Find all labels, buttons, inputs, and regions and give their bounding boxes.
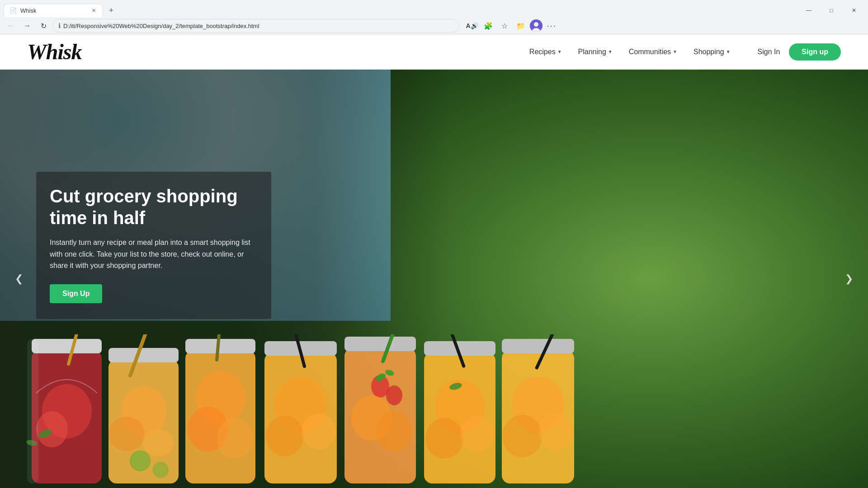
maximize-button[interactable]: □: [821, 4, 842, 17]
nav-label-shopping: Shopping: [693, 48, 724, 56]
carousel-prev-button[interactable]: ❮: [9, 269, 29, 289]
hero-cta-button[interactable]: Sign Up: [50, 284, 102, 303]
close-button[interactable]: ✕: [844, 4, 864, 17]
svg-point-43: [425, 418, 463, 459]
nav-actions: Sign In Sign up: [758, 43, 841, 61]
next-arrow-icon: ❯: [845, 273, 853, 285]
browser-chrome: 📄 Whisk ✕ + — □ ✕ ← → ↻ ℹ D:/iti/Respons…: [0, 0, 868, 34]
svg-rect-49: [502, 339, 574, 353]
hero-subtitle: Instantly turn any recipe or meal plan i…: [50, 237, 255, 272]
svg-point-36: [376, 411, 412, 452]
browser-tab-active[interactable]: 📄 Whisk ✕: [4, 4, 103, 17]
reading-mode-button[interactable]: A🔊: [465, 19, 479, 33]
nav-item-communities[interactable]: Communities ▼: [629, 48, 677, 56]
address-bar-row: ← → ↻ ℹ D:/iti/Responsive%20Web%20Design…: [0, 17, 868, 34]
forward-button[interactable]: →: [20, 19, 34, 33]
hero-section: Cut grocery shopping time in half Instan…: [0, 70, 868, 488]
extensions-button[interactable]: 🧩: [481, 19, 495, 33]
planning-chevron-icon: ▼: [608, 49, 613, 54]
svg-rect-19: [185, 339, 255, 353]
hero-title: Cut grocery shopping time in half: [50, 185, 255, 229]
nav-link-shopping[interactable]: Shopping ▼: [693, 48, 731, 56]
back-button[interactable]: ←: [4, 19, 18, 33]
nav-item-planning[interactable]: Planning ▼: [578, 48, 613, 56]
communities-chevron-icon: ▼: [673, 49, 677, 54]
address-text: D:/iti/Responsive%20Web%20Design/day_2/t…: [63, 23, 453, 29]
info-icon: ℹ: [58, 22, 61, 29]
svg-point-34: [386, 385, 402, 405]
nav-link-recipes[interactable]: Recipes ▼: [529, 48, 562, 56]
address-field[interactable]: ℹ D:/iti/Responsive%20Web%20Design/day_2…: [52, 19, 459, 33]
svg-point-52: [539, 413, 573, 450]
nav-item-recipes[interactable]: Recipes ▼: [529, 48, 562, 56]
sign-in-button[interactable]: Sign In: [758, 48, 780, 56]
toolbar-icons: A🔊 🧩 ☆ 📁 ···: [465, 19, 559, 33]
website-content: Whisk Recipes ▼ Planning ▼ Communities ▼: [0, 34, 868, 488]
profile-avatar[interactable]: [530, 19, 542, 32]
logo-text: Whisk: [27, 40, 81, 64]
reload-button[interactable]: ↻: [36, 19, 51, 33]
svg-rect-11: [108, 348, 179, 362]
sign-up-nav-button[interactable]: Sign up: [789, 43, 841, 61]
svg-point-22: [217, 418, 253, 459]
nav-link-planning[interactable]: Planning ▼: [578, 48, 613, 56]
tab-close-button[interactable]: ✕: [90, 7, 97, 14]
svg-point-27: [266, 416, 304, 456]
site-logo[interactable]: Whisk: [27, 41, 81, 63]
tab-bar: 📄 Whisk ✕ + — □ ✕: [0, 0, 868, 17]
carousel-next-button[interactable]: ❯: [839, 269, 859, 289]
collections-button[interactable]: 📁: [514, 19, 528, 33]
minimize-button[interactable]: —: [798, 4, 819, 17]
svg-point-1: [534, 22, 538, 27]
nav-label-recipes: Recipes: [529, 48, 556, 56]
navbar: Whisk Recipes ▼ Planning ▼ Communities ▼: [0, 34, 868, 70]
window-controls: — □ ✕: [798, 4, 868, 17]
svg-point-13: [108, 417, 145, 451]
prev-arrow-icon: ❮: [15, 273, 23, 285]
svg-point-51: [502, 415, 542, 457]
hero-jars-illustration: [0, 334, 868, 488]
favorites-button[interactable]: ☆: [497, 19, 512, 33]
svg-point-16: [130, 451, 150, 471]
nav-link-communities[interactable]: Communities ▼: [629, 48, 677, 56]
svg-point-17: [152, 462, 169, 478]
svg-point-14: [142, 429, 174, 456]
nav-label-communities: Communities: [629, 48, 671, 56]
shopping-chevron-icon: ▼: [726, 49, 731, 54]
nav-links: Recipes ▼ Planning ▼ Communities ▼ Shopp…: [529, 48, 731, 56]
new-tab-button[interactable]: +: [105, 4, 118, 17]
svg-point-44: [460, 416, 495, 452]
recipes-chevron-icon: ▼: [557, 49, 562, 54]
svg-rect-4: [32, 339, 102, 353]
svg-rect-32: [344, 337, 416, 351]
tab-title: Whisk: [20, 7, 86, 14]
svg-point-6: [36, 411, 68, 447]
browser-menu-button[interactable]: ···: [544, 19, 559, 33]
hero-content: Cut grocery shopping time in half Instan…: [36, 172, 271, 319]
tab-favicon: 📄: [9, 7, 17, 14]
nav-label-planning: Planning: [578, 48, 606, 56]
svg-point-28: [302, 413, 336, 450]
nav-item-shopping[interactable]: Shopping ▼: [693, 48, 731, 56]
